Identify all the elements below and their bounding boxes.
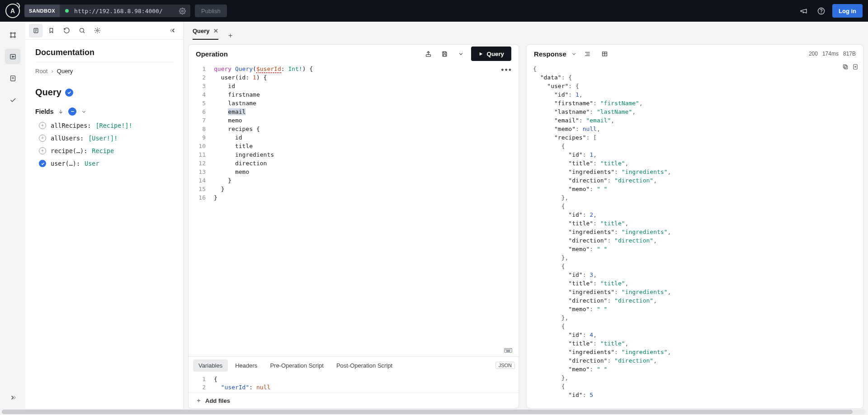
svg-rect-22 (506, 351, 510, 352)
tabs-bar: Query ✕ + (184, 22, 868, 40)
chevron-right-icon: › (51, 68, 53, 75)
run-query-button[interactable]: Query (471, 47, 512, 61)
tab-variables[interactable]: Variables (193, 359, 228, 372)
svg-point-21 (509, 350, 510, 350)
field-row[interactable]: user(…): User (35, 157, 173, 170)
add-files-label: Add files (205, 397, 230, 404)
minus-icon[interactable]: − (68, 107, 76, 116)
svg-point-12 (96, 30, 98, 32)
plus-icon: ＋ (196, 396, 202, 405)
gear-icon[interactable] (179, 8, 186, 14)
bookmark-icon[interactable] (44, 24, 58, 37)
rail-expand-icon[interactable] (5, 390, 20, 405)
response-panel: Response 200 174ms 817B (526, 44, 863, 409)
field-row[interactable]: +recipe(…): Recipe (35, 145, 173, 157)
check-icon[interactable] (39, 160, 46, 167)
help-icon[interactable] (815, 5, 828, 18)
svg-rect-24 (844, 66, 848, 69)
chevron-down-icon[interactable] (571, 51, 577, 57)
rail-schema-icon[interactable] (5, 27, 20, 42)
svg-rect-14 (443, 51, 446, 53)
tab-post-script[interactable]: Post-Operation Script (331, 359, 398, 372)
close-icon[interactable]: ✕ (213, 28, 218, 34)
svg-point-0 (182, 10, 184, 12)
login-button[interactable]: Log in (832, 4, 863, 18)
topbar: A SANDBOX http://192.168.8.98:4000/ Publ… (0, 0, 868, 22)
field-row[interactable]: +allRecipes: [Recipe!]! (35, 119, 173, 132)
format-icon[interactable] (581, 47, 594, 60)
rail-diff-icon[interactable] (5, 70, 20, 86)
svg-marker-8 (12, 56, 14, 57)
field-name: allUsers: (51, 135, 84, 142)
tab-add-button[interactable]: + (224, 32, 237, 40)
fields-list: +allRecipes: [Recipe!]!+allUsers: [User!… (35, 119, 173, 170)
breadcrumb-root[interactable]: Root (35, 68, 47, 75)
gear-icon[interactable] (90, 24, 104, 37)
apollo-logo[interactable]: A (5, 4, 20, 18)
tab-headers[interactable]: Headers (230, 359, 263, 372)
field-type: [User!]! (88, 135, 118, 142)
rail-explorer-icon[interactable] (5, 49, 20, 64)
add-files-button[interactable]: ＋ Add files (189, 392, 519, 408)
svg-point-2 (821, 13, 821, 13)
doc-docs-icon[interactable] (29, 24, 42, 37)
plus-icon[interactable]: + (39, 135, 46, 142)
variables-editor[interactable]: JSON 12 { "userId": null (189, 374, 519, 392)
tab-query[interactable]: Query ✕ (188, 22, 223, 40)
collapse-panel-icon[interactable] (166, 24, 179, 37)
svg-point-6 (14, 36, 15, 37)
left-rail (0, 22, 25, 409)
status-code: 200 (809, 51, 818, 57)
field-row[interactable]: +allUsers: [User!]! (35, 132, 173, 145)
keyboard-icon[interactable] (504, 347, 512, 354)
response-body[interactable]: { "data": { "user": { "id": 1, "firstnam… (527, 63, 863, 408)
run-button-label: Query (487, 51, 505, 57)
chevron-down-icon[interactable] (455, 47, 467, 60)
response-time: 174ms (822, 51, 839, 57)
svg-point-19 (507, 350, 507, 350)
chevron-down-icon[interactable] (81, 109, 87, 115)
svg-point-5 (10, 36, 11, 37)
doc-title: Documentation (35, 43, 173, 62)
type-name: Query (35, 87, 61, 98)
field-name: allRecipes: (51, 122, 91, 129)
sandbox-url-bar[interactable]: SANDBOX http://192.168.8.98:4000/ (24, 5, 190, 17)
fields-label: Fields (35, 108, 53, 115)
check-icon[interactable] (65, 89, 73, 97)
svg-rect-13 (426, 54, 431, 56)
operation-panel: Operation Query 123 (188, 44, 519, 409)
copy-icon[interactable] (842, 64, 849, 70)
main: Documentation Root › Query Query Fields … (0, 22, 868, 409)
plus-icon[interactable]: + (39, 122, 46, 129)
tab-pre-script[interactable]: Pre-Operation Script (264, 359, 329, 372)
breadcrumb: Root › Query (35, 62, 173, 80)
horizontal-scrollbar[interactable] (0, 409, 868, 415)
field-name: recipe(…): (51, 147, 87, 154)
save-icon[interactable] (439, 47, 451, 60)
svg-point-20 (508, 350, 509, 350)
tab-label: Query (193, 28, 210, 34)
download-icon[interactable] (852, 64, 859, 70)
operation-title: Operation (196, 50, 419, 58)
field-name: user(…): (51, 160, 80, 167)
history-icon[interactable] (60, 24, 73, 37)
search-icon[interactable] (75, 24, 89, 37)
more-icon[interactable]: ••• (501, 65, 512, 75)
operation-editor[interactable]: 12345678910111213141516 query Query($use… (189, 63, 519, 356)
svg-rect-17 (505, 349, 512, 353)
field-type: [Recipe!]! (95, 122, 132, 129)
rail-checks-icon[interactable] (5, 92, 20, 107)
table-icon[interactable] (599, 47, 611, 60)
breadcrumb-current: Query (57, 68, 73, 75)
plus-icon[interactable]: + (39, 147, 46, 154)
endpoint-url[interactable]: http://192.168.8.98:4000/ (74, 8, 174, 14)
announce-icon[interactable] (797, 5, 810, 18)
share-icon[interactable] (422, 47, 435, 60)
publish-button[interactable]: Publish (195, 5, 227, 17)
arrow-down-icon[interactable] (58, 109, 64, 115)
svg-rect-15 (443, 54, 446, 56)
sandbox-badge: SANDBOX (24, 5, 60, 17)
svg-point-11 (80, 28, 84, 33)
workspace: Query ✕ + Operation (184, 22, 868, 409)
doc-toolbar (25, 22, 183, 40)
